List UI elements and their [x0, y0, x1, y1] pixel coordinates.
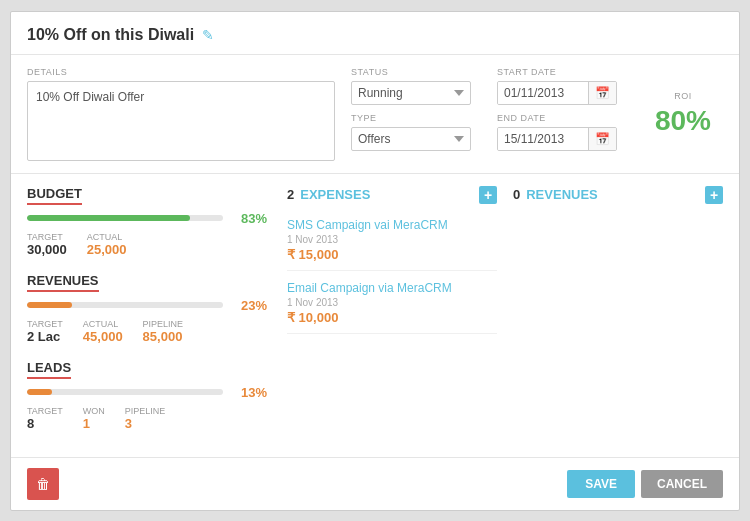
start-date-label: START DATE	[497, 67, 627, 77]
leads-progress-bar-wrap	[27, 389, 223, 395]
expense-name-0[interactable]: SMS Campaign vai MeraCRM	[287, 218, 497, 232]
budget-progress-fill	[27, 215, 190, 221]
end-date-group: END DATE 📅	[497, 113, 627, 151]
right-panels: 2 EXPENSES + SMS Campaign vai MeraCRM 1 …	[287, 186, 723, 445]
trash-icon: 🗑	[36, 476, 50, 492]
roi-value: 80%	[655, 105, 711, 137]
expense-date-0: 1 Nov 2013	[287, 234, 497, 245]
budget-target-group: TARGET 30,000	[27, 232, 67, 257]
roi-block: ROI 80%	[643, 67, 723, 161]
leads-pct: 13%	[231, 385, 267, 400]
leads-pipeline-value: 3	[125, 416, 166, 431]
leads-values: TARGET 8 WON 1 PIPELINE 3	[27, 406, 267, 431]
revenues-progress-row: 23%	[27, 298, 267, 313]
budget-values: TARGET 30,000 ACTUAL 25,000	[27, 232, 267, 257]
revenues-panel-header: 0 REVENUES +	[513, 186, 723, 208]
leads-won-value: 1	[83, 416, 105, 431]
revenues-actual-label: ACTUAL	[83, 319, 123, 329]
details-block: DETAILS 10% Off Diwali Offer	[27, 67, 335, 161]
revenues-actual-group: ACTUAL 45,000	[83, 319, 123, 344]
end-date-label: END DATE	[497, 113, 627, 123]
modal-title: 10% Off on this Diwali	[27, 26, 194, 44]
delete-button[interactable]: 🗑	[27, 468, 59, 500]
budget-pct: 83%	[231, 211, 267, 226]
add-expense-button[interactable]: +	[479, 186, 497, 204]
revenues-progress-fill	[27, 302, 72, 308]
campaign-modal: 10% Off on this Diwali ✎ DETAILS 10% Off…	[10, 11, 740, 511]
budget-actual-value: 25,000	[87, 242, 127, 257]
revenues-pipeline-label: PIPELINE	[143, 319, 184, 329]
expense-name-1[interactable]: Email Campaign via MeraCRM	[287, 281, 497, 295]
expense-item-0: SMS Campaign vai MeraCRM 1 Nov 2013 ₹ 15…	[287, 218, 497, 271]
expense-item-1: Email Campaign via MeraCRM 1 Nov 2013 ₹ …	[287, 281, 497, 334]
budget-target-value: 30,000	[27, 242, 67, 257]
status-label: STATUS	[351, 67, 481, 77]
top-section: DETAILS 10% Off Diwali Offer STATUS Runn…	[11, 55, 739, 174]
leads-pipeline-label: PIPELINE	[125, 406, 166, 416]
revenues-actual-value: 45,000	[83, 329, 123, 344]
start-date-calendar-icon[interactable]: 📅	[588, 82, 616, 104]
revenues-panel: 0 REVENUES +	[513, 186, 723, 445]
details-label: DETAILS	[27, 67, 335, 77]
revenues-pipeline-group: PIPELINE 85,000	[143, 319, 184, 344]
cancel-button[interactable]: CANCEL	[641, 470, 723, 498]
expenses-panel-label: EXPENSES	[300, 187, 370, 202]
revenues-block: REVENUES 23% TARGET 2 Lac ACTUAL	[27, 273, 267, 344]
type-select[interactable]: Offers Campaign Event	[351, 127, 471, 151]
leads-target-label: TARGET	[27, 406, 63, 416]
leads-won-group: WON 1	[83, 406, 105, 431]
revenues-count: 0	[513, 187, 520, 202]
expense-amount-1: ₹ 10,000	[287, 310, 497, 325]
leads-progress-row: 13%	[27, 385, 267, 400]
budget-title: BUDGET	[27, 186, 82, 205]
end-date-calendar-icon[interactable]: 📅	[588, 128, 616, 150]
leads-progress-fill	[27, 389, 52, 395]
modal-header: 10% Off on this Diwali ✎	[11, 12, 739, 55]
budget-progress-row: 83%	[27, 211, 267, 226]
details-value: 10% Off Diwali Offer	[27, 81, 335, 161]
expenses-panel-header: 2 EXPENSES +	[287, 186, 497, 208]
status-type-block: STATUS Running Planned Completed TYPE Of…	[351, 67, 481, 161]
modal-footer: 🗑 SAVE CANCEL	[11, 457, 739, 510]
footer-actions: SAVE CANCEL	[567, 470, 723, 498]
add-revenue-button[interactable]: +	[705, 186, 723, 204]
left-stats: BUDGET 83% TARGET 30,000 ACTUAL	[27, 186, 267, 445]
leads-title: LEADS	[27, 360, 71, 379]
expenses-count: 2	[287, 187, 294, 202]
expense-date-1: 1 Nov 2013	[287, 297, 497, 308]
status-group: STATUS Running Planned Completed	[351, 67, 481, 105]
start-date-wrap: 📅	[497, 81, 617, 105]
expense-amount-0: ₹ 15,000	[287, 247, 497, 262]
revenues-panel-label: REVENUES	[526, 187, 598, 202]
budget-block: BUDGET 83% TARGET 30,000 ACTUAL	[27, 186, 267, 257]
date-block: START DATE 📅 END DATE 📅	[497, 67, 627, 161]
revenues-target-group: TARGET 2 Lac	[27, 319, 63, 344]
revenues-progress-bar-wrap	[27, 302, 223, 308]
bottom-section: BUDGET 83% TARGET 30,000 ACTUAL	[11, 174, 739, 457]
leads-pipeline-group: PIPELINE 3	[125, 406, 166, 431]
budget-target-label: TARGET	[27, 232, 67, 242]
end-date-wrap: 📅	[497, 127, 617, 151]
type-label: TYPE	[351, 113, 481, 123]
type-group: TYPE Offers Campaign Event	[351, 113, 481, 151]
start-date-group: START DATE 📅	[497, 67, 627, 105]
leads-target-value: 8	[27, 416, 63, 431]
budget-actual-group: ACTUAL 25,000	[87, 232, 127, 257]
status-select[interactable]: Running Planned Completed	[351, 81, 471, 105]
edit-icon[interactable]: ✎	[202, 27, 214, 43]
revenues-target-label: TARGET	[27, 319, 63, 329]
start-date-input[interactable]	[498, 82, 588, 104]
modal-body: DETAILS 10% Off Diwali Offer STATUS Runn…	[11, 55, 739, 457]
end-date-input[interactable]	[498, 128, 588, 150]
roi-label: ROI	[674, 91, 692, 101]
expenses-panel: 2 EXPENSES + SMS Campaign vai MeraCRM 1 …	[287, 186, 497, 445]
revenues-pipeline-value: 85,000	[143, 329, 184, 344]
revenues-values: TARGET 2 Lac ACTUAL 45,000 PIPELINE 85,0…	[27, 319, 267, 344]
budget-progress-bar-wrap	[27, 215, 223, 221]
leads-target-group: TARGET 8	[27, 406, 63, 431]
leads-won-label: WON	[83, 406, 105, 416]
revenues-title: REVENUES	[27, 273, 99, 292]
save-button[interactable]: SAVE	[567, 470, 635, 498]
revenues-pct: 23%	[231, 298, 267, 313]
revenues-target-value: 2 Lac	[27, 329, 63, 344]
